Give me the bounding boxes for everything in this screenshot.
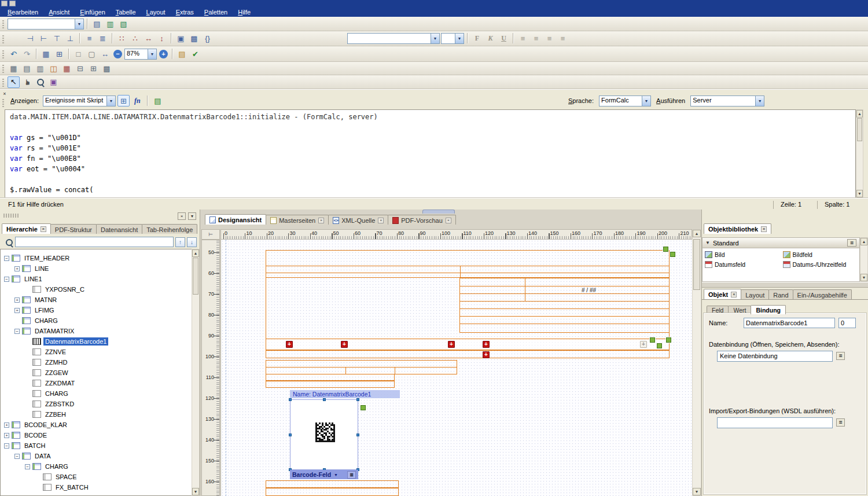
tab-ein-ausgabehilfe[interactable]: Ein-/Ausgabehilfe (793, 289, 852, 299)
script-code-area[interactable]: data.MAIN.ITEM.DATA.LINE.DATAMATRIX.Date… (5, 109, 856, 198)
center-vertical-icon[interactable]: ≣ (97, 32, 109, 44)
insert-handle[interactable] (670, 252, 675, 257)
collapse-icon[interactable]: − (4, 277, 9, 282)
tree-item-fx-batch[interactable]: FX_BATCH (1, 482, 192, 493)
import-data-icon[interactable]: ▥ (104, 18, 116, 30)
chevron-down-icon[interactable]: ▼ (431, 34, 439, 43)
close-icon[interactable]: × (318, 218, 324, 223)
tab-order-view-icon[interactable]: ▢ (86, 48, 98, 60)
tree-item-lfimg[interactable]: +LFIMG (1, 305, 192, 315)
close-icon[interactable]: × (41, 226, 46, 232)
snap-to-grid-icon[interactable]: ⊞ (53, 48, 65, 60)
align-top-icon[interactable]: ⊤ (51, 32, 63, 44)
collapse-icon[interactable]: − (14, 329, 20, 334)
hand-tool-icon[interactable]: ☛ (21, 76, 33, 88)
data-row-object[interactable] (266, 488, 399, 496)
chevron-down-icon[interactable]: ▼ (455, 34, 464, 43)
panel-grip[interactable] (2, 98, 4, 107)
scrollbar-thumb[interactable] (193, 258, 198, 295)
script-scrollbar[interactable]: ▲ ▼ (856, 109, 863, 198)
tab-rand[interactable]: Rand (768, 289, 793, 299)
tree-item-zzkdmat[interactable]: ZZKDMAT (1, 378, 192, 388)
chevron-down-icon[interactable]: ▼ (642, 96, 650, 106)
tree-item-zzbeh[interactable]: ZZBEH (1, 409, 192, 420)
tree-item-line1[interactable]: −LINE1 (1, 274, 192, 284)
distribute-horizontal-icon[interactable]: ∷ (116, 32, 128, 44)
tab-objekt[interactable]: Objekt× (704, 289, 741, 299)
table-borders-icon[interactable]: ▩ (101, 63, 113, 74)
data-row-object[interactable] (266, 381, 395, 388)
tree-item-charg[interactable]: CHARG (1, 388, 192, 399)
library-menu-icon[interactable]: ≣ (847, 239, 856, 247)
tree-item-yxposnr-c[interactable]: YXPOSNR_C (1, 284, 192, 295)
events-combo[interactable]: Ereignisse mit Skript▼ (43, 95, 116, 106)
name-input[interactable] (744, 318, 835, 328)
tree-item-charg[interactable]: CHARG (1, 315, 192, 326)
align-right-icon[interactable]: ⊢ (38, 32, 50, 44)
menu-tabelle[interactable]: Tabelle (111, 8, 141, 16)
scrollbar-thumb[interactable] (857, 118, 862, 141)
scroll-down-icon[interactable]: ▼ (856, 190, 863, 197)
align-bottom-icon[interactable]: ⊥ (64, 32, 76, 44)
align-text-center-icon[interactable]: ≡ (530, 32, 542, 44)
library-item-bildfeld[interactable]: Bildfeld (782, 249, 859, 259)
collapse-icon[interactable]: − (4, 256, 9, 261)
center-horizontal-icon[interactable]: ≡ (83, 32, 95, 44)
check-script-icon[interactable]: ▤ (152, 95, 164, 106)
library-scrollbar[interactable]: ▲ ▼ (860, 237, 868, 282)
scroll-up-icon[interactable]: ▲ (860, 238, 867, 245)
data-row-object[interactable] (266, 374, 395, 381)
italic-icon[interactable]: K (484, 32, 496, 44)
delete-cells-icon[interactable]: ▦ (61, 63, 73, 74)
tree-item-datenmatrixbarcode1[interactable]: DatenmatrixBarcode1 (1, 336, 192, 347)
zoom-tool-icon[interactable] (34, 76, 46, 88)
scroll-up-icon[interactable]: ▲ (693, 230, 701, 237)
tree-item-space[interactable]: SPACE (1, 472, 192, 482)
add-row-button[interactable]: + (341, 341, 348, 348)
tab-pdf-struktur[interactable]: PDF-Struktur (50, 224, 97, 234)
same-size-icon[interactable]: ▣ (175, 32, 187, 44)
menu-ansicht[interactable]: Ansicht (43, 8, 75, 16)
tab-pdf-vorschau[interactable]: PDF-Vorschau× (388, 215, 456, 225)
tab-xml-quelle[interactable]: XML-Quelle× (328, 215, 388, 225)
add-row-button[interactable]: + (483, 341, 490, 348)
chevron-down-icon[interactable]: ▼ (106, 96, 115, 106)
redo-icon[interactable]: ↷ (21, 48, 33, 60)
tab-tab-reihenfolge[interactable]: Tab-Reihenfolge (142, 224, 197, 234)
show-grid-icon[interactable]: ▦ (40, 48, 52, 60)
align-text-left-icon[interactable]: ≡ (517, 32, 529, 44)
tree-item-datamatrix[interactable]: −DATAMATRIX (1, 326, 192, 336)
zoom-combo[interactable]: 87%▼ (124, 49, 157, 60)
library-item-datumsfeld[interactable]: Datumsfeld (704, 259, 781, 269)
revision-input[interactable] (838, 318, 856, 328)
toolbar-grip[interactable] (2, 19, 4, 28)
datamatrix-field-object[interactable] (290, 399, 358, 470)
design-canvas[interactable]: # / ## + + + + + + (220, 240, 692, 496)
find-previous-icon[interactable]: ↑ (175, 237, 185, 247)
form-properties-icon[interactable]: ▤ (91, 18, 103, 30)
align-text-justify-icon[interactable]: ≡ (557, 32, 569, 44)
toolbar-grip[interactable] (2, 78, 4, 87)
wsdl-binding-input[interactable] (717, 417, 833, 428)
line-row-object[interactable]: + + + + + (266, 339, 670, 350)
menu-hilfe[interactable]: Hilfe (233, 8, 256, 16)
expand-icon[interactable]: + (14, 308, 20, 313)
show-all-events-icon[interactable]: ⊞ (117, 95, 130, 106)
field-editor-icon[interactable]: ▣ (47, 76, 60, 88)
data-binding-combo[interactable]: Keine Datenbindung (717, 351, 833, 362)
collapse-icon[interactable]: − (4, 443, 9, 449)
group-objects-icon[interactable]: {} (201, 32, 214, 44)
insert-row-above-icon[interactable]: ▤ (21, 63, 33, 74)
tree-item-bcode-klar[interactable]: +BCODE_KLAR (1, 420, 192, 430)
menu-paletten[interactable]: Paletten (199, 8, 233, 16)
resize-handle[interactable] (289, 398, 292, 401)
insert-column-icon[interactable]: ◫ (47, 63, 60, 74)
tree-item-bcode[interactable]: +BCODE (1, 430, 192, 440)
add-row-button[interactable]: + (640, 341, 647, 348)
bring-to-front-icon[interactable]: ▩ (188, 32, 200, 44)
tree-item-zzmhd[interactable]: ZZMHD (1, 357, 192, 368)
tree-item-batch[interactable]: −BATCH (1, 440, 192, 451)
library-item-bild[interactable]: Bild (704, 249, 781, 259)
data-row-object[interactable] (266, 480, 399, 488)
resize-handle[interactable] (356, 433, 359, 436)
